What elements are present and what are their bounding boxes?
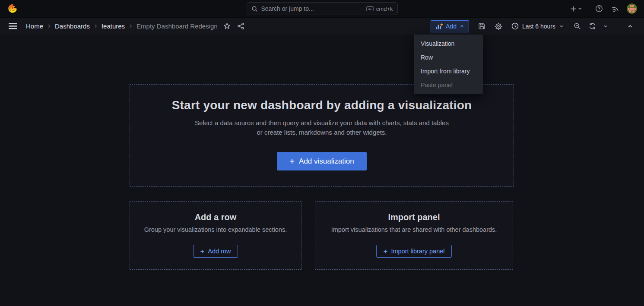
news-button[interactable] bbox=[609, 2, 622, 16]
chevron-right-icon bbox=[47, 24, 51, 28]
chevron-up-icon bbox=[627, 23, 633, 29]
breadcrumb-dashboards[interactable]: Dashboards bbox=[55, 22, 90, 30]
chevron-down-icon bbox=[603, 24, 608, 29]
help-button[interactable] bbox=[593, 2, 606, 16]
refresh-button[interactable] bbox=[587, 19, 598, 33]
refresh-interval-button[interactable] bbox=[600, 19, 611, 33]
time-range-label: Last 6 hours bbox=[522, 23, 555, 30]
breadcrumb-current-dashboard: Empty Dashboard Redesign bbox=[136, 22, 218, 30]
import-panel: Import panel Import visualizations that … bbox=[315, 201, 513, 270]
help-icon bbox=[595, 5, 603, 13]
add-row-subtitle: Group your visualizations into expandabl… bbox=[144, 226, 287, 233]
import-library-panel-label: Import library panel bbox=[391, 248, 444, 255]
gear-icon bbox=[495, 22, 502, 30]
dashboard-settings-button[interactable] bbox=[492, 19, 505, 33]
save-icon bbox=[478, 22, 485, 30]
add-row-label: Add row bbox=[208, 248, 231, 255]
dashboard-toolbar: Home Dashboards features Empty Dashboard… bbox=[0, 17, 644, 35]
add-button-label: Add bbox=[446, 23, 457, 30]
plus-icon bbox=[570, 6, 577, 12]
hamburger-icon bbox=[9, 23, 17, 29]
cta-subtitle: Select a data source and then query and … bbox=[195, 118, 449, 137]
plus-icon: + bbox=[383, 248, 387, 255]
menu-toggle-button[interactable] bbox=[7, 21, 19, 31]
breadcrumb-features[interactable]: features bbox=[102, 22, 125, 30]
plus-icon: + bbox=[200, 248, 204, 255]
import-panel-subtitle: Import visualizations that are shared wi… bbox=[331, 226, 497, 233]
plus-icon: + bbox=[289, 157, 295, 166]
top-navigation-bar: Search or jump to... cmd+k bbox=[0, 0, 644, 17]
search-icon bbox=[251, 6, 258, 12]
favorite-button[interactable] bbox=[220, 19, 234, 33]
save-dashboard-button[interactable] bbox=[475, 19, 489, 33]
star-icon bbox=[223, 22, 231, 30]
cta-subtitle-line2: or create lists, markdowns and other wid… bbox=[257, 129, 387, 136]
user-avatar[interactable] bbox=[627, 3, 637, 14]
chevron-right-icon bbox=[129, 24, 133, 28]
add-row-panel: Add a row Group your visualizations into… bbox=[130, 201, 301, 270]
add-panel-button[interactable]: Add bbox=[431, 20, 469, 32]
graph-bar-plus-icon bbox=[435, 23, 443, 30]
chevron-right-icon bbox=[94, 24, 98, 28]
menu-item-visualization[interactable]: Visualization bbox=[414, 37, 483, 50]
menu-item-import-from-library[interactable]: Import from library bbox=[414, 64, 483, 78]
add-row-button[interactable]: + Add row bbox=[193, 245, 238, 258]
zoom-out-time-button[interactable] bbox=[570, 19, 584, 33]
search-shortcut-label: cmd+k bbox=[376, 6, 393, 12]
share-button[interactable] bbox=[234, 19, 248, 33]
topbar-divider bbox=[589, 5, 589, 13]
chevron-down-icon bbox=[559, 24, 564, 29]
add-visualization-button[interactable]: + Add visualization bbox=[277, 152, 366, 170]
import-panel-title: Import panel bbox=[388, 212, 440, 222]
add-visualization-label: Add visualization bbox=[299, 157, 354, 166]
collapse-toolbar-button[interactable] bbox=[623, 19, 637, 33]
add-dropdown-menu: Visualization Row Import from library Pa… bbox=[414, 35, 483, 94]
import-library-panel-button[interactable]: + Import library panel bbox=[376, 245, 451, 258]
refresh-icon bbox=[589, 22, 596, 30]
chevron-up-icon bbox=[460, 24, 464, 28]
breadcrumb: Home Dashboards features Empty Dashboard… bbox=[26, 22, 218, 30]
zoom-out-icon bbox=[574, 22, 581, 30]
menu-item-row[interactable]: Row bbox=[414, 50, 483, 64]
rss-icon bbox=[612, 5, 619, 13]
search-input[interactable]: Search or jump to... cmd+k bbox=[247, 2, 398, 15]
menu-item-paste-panel: Paste panel bbox=[414, 78, 483, 92]
breadcrumb-home[interactable]: Home bbox=[26, 22, 43, 30]
search-placeholder: Search or jump to... bbox=[261, 5, 366, 12]
share-icon bbox=[237, 22, 244, 30]
grafana-logo[interactable] bbox=[7, 3, 18, 14]
keyboard-icon bbox=[366, 6, 374, 12]
cta-title: Start your new dashboard by adding a vis… bbox=[172, 98, 472, 112]
time-range-picker[interactable]: Last 6 hours bbox=[508, 19, 568, 33]
cta-subtitle-line1: Select a data source and then query and … bbox=[195, 119, 449, 126]
add-row-title: Add a row bbox=[195, 212, 237, 222]
empty-dashboard-cta-panel: Start your new dashboard by adding a vis… bbox=[130, 84, 514, 187]
clock-icon bbox=[511, 22, 519, 30]
chevron-down-icon bbox=[577, 6, 583, 11]
new-menu-button[interactable] bbox=[568, 2, 585, 16]
toolbar-divider bbox=[617, 22, 617, 30]
